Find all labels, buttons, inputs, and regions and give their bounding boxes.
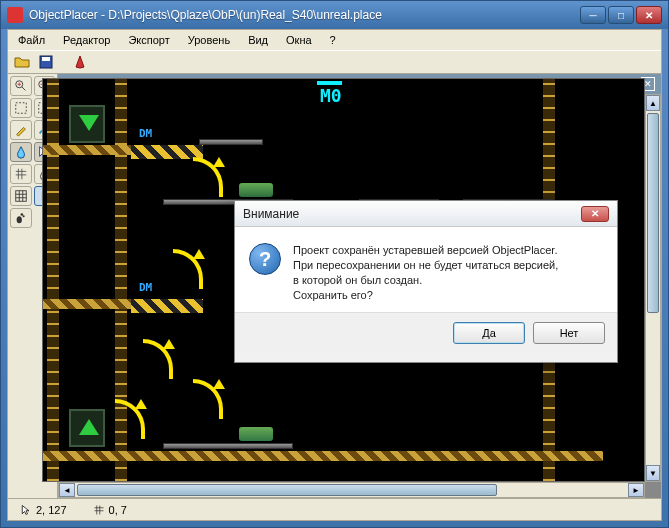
save-button[interactable] [35, 52, 57, 72]
statusbar: 2, 127 0, 7 [8, 498, 661, 520]
svg-line-3 [22, 87, 26, 91]
marker-dm-2: DM [139, 281, 152, 294]
menu-view[interactable]: Вид [240, 32, 276, 48]
open-button[interactable] [11, 52, 33, 72]
svg-rect-11 [16, 191, 27, 202]
menu-help[interactable]: ? [322, 32, 344, 48]
pencil-tool[interactable] [10, 120, 32, 140]
window-title: ObjectPlacer - D:\Projects\Qplaze\ObP\(u… [29, 8, 580, 22]
menu-editor[interactable]: Редактор [55, 32, 118, 48]
elevator-down [69, 105, 105, 143]
minimize-button[interactable]: ─ [580, 6, 606, 24]
menu-export[interactable]: Экспорт [120, 32, 177, 48]
marker-mo: M0 [317, 81, 342, 106]
dialog-titlebar[interactable]: Внимание ✕ [235, 201, 617, 227]
svg-point-13 [21, 213, 24, 216]
maximize-button[interactable]: □ [608, 6, 634, 24]
svg-rect-1 [42, 57, 50, 61]
zoom-in-button[interactable] [10, 76, 32, 96]
svg-rect-9 [16, 103, 27, 114]
hscroll-thumb[interactable] [77, 484, 497, 496]
menu-file[interactable]: Файл [10, 32, 53, 48]
confirm-dialog: Внимание ✕ ? Проект сохранён устаревшей … [234, 200, 618, 363]
mesh-tool[interactable] [10, 186, 32, 206]
marker-dm-1: DM [139, 127, 152, 140]
app-icon [7, 7, 23, 23]
dropper-tool[interactable] [10, 142, 32, 162]
grid-icon [93, 504, 105, 516]
menu-level[interactable]: Уровень [180, 32, 238, 48]
menu-windows[interactable]: Окна [278, 32, 320, 48]
titlebar[interactable]: ObjectPlacer - D:\Projects\Qplaze\ObP\(u… [1, 1, 668, 29]
status-grid: 0, 7 [109, 504, 127, 516]
svg-point-14 [23, 215, 25, 217]
dialog-close-button[interactable]: ✕ [581, 206, 609, 222]
horizontal-scrollbar[interactable]: ◄ ► [58, 482, 645, 498]
svg-point-12 [17, 216, 22, 223]
marquee-tool[interactable] [10, 98, 32, 118]
question-icon: ? [249, 243, 281, 275]
dialog-title: Внимание [243, 207, 299, 221]
vscroll-thumb[interactable] [647, 113, 659, 313]
yes-button[interactable]: Да [453, 322, 525, 344]
main-toolbar [8, 50, 661, 74]
cursor-icon [20, 504, 32, 516]
dialog-message: Проект сохранён устаревшей версией Objec… [293, 243, 558, 302]
cone-icon[interactable] [69, 52, 91, 72]
elevator-up [69, 409, 105, 447]
status-cursor: 2, 127 [36, 504, 67, 516]
no-button[interactable]: Нет [533, 322, 605, 344]
grid-tool[interactable] [10, 164, 32, 184]
foot-tool[interactable] [10, 208, 32, 228]
vertical-scrollbar[interactable]: ▲ ▼ [645, 94, 661, 482]
close-button[interactable]: ✕ [636, 6, 662, 24]
menubar: Файл Редактор Экспорт Уровень Вид Окна ? [8, 30, 661, 50]
